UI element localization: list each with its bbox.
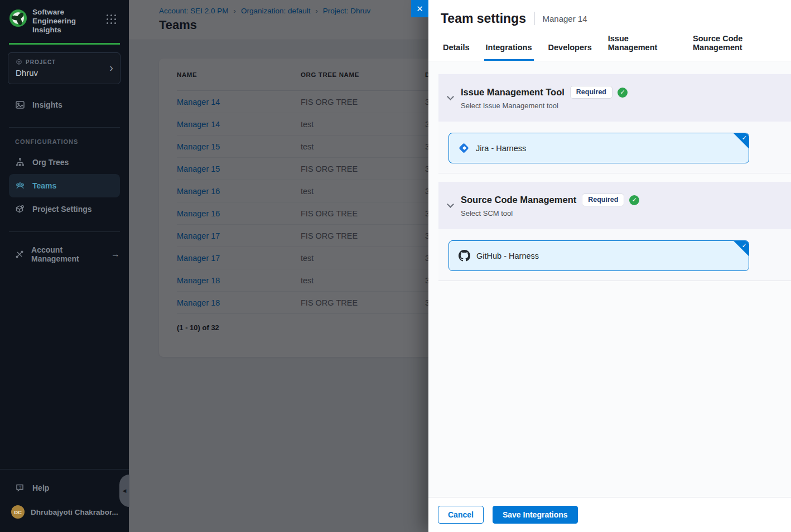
project-selector-value: Dhruv	[16, 68, 113, 78]
sei-logo-icon[interactable]	[9, 9, 27, 27]
title-separator	[534, 12, 536, 25]
required-badge: Required	[582, 194, 624, 206]
integration-card-label: Jira - Harness	[476, 144, 526, 153]
user-menu[interactable]: DC Dhrubajyoti Chakrabor...	[0, 500, 129, 526]
sidebar-item-label: Account Management	[31, 245, 104, 263]
complete-check-icon: ✓	[618, 88, 628, 98]
drawer-title: Team settings	[441, 11, 526, 26]
sidebar-item-org-trees[interactable]: Org Trees	[0, 151, 129, 174]
tools-icon	[15, 249, 24, 259]
tab-developers[interactable]: Developers	[547, 36, 594, 61]
drawer-subtitle: Manager 14	[542, 14, 587, 23]
tab-integrations[interactable]: Integrations	[484, 36, 534, 61]
user-name: Dhrubajyoti Chakrabor...	[31, 508, 118, 516]
section-source-code-management: Source Code Management Required ✓ Select…	[438, 182, 791, 281]
project-settings-icon	[15, 204, 25, 214]
section-body: Jira - Harness ✓	[438, 122, 791, 173]
sidebar-item-label: Insights	[32, 100, 62, 109]
chevron-right-icon: ›	[109, 61, 113, 74]
help-chat-icon: ?	[15, 483, 25, 493]
sidebar-item-label: Help	[32, 483, 49, 492]
brand-divider	[9, 43, 120, 45]
integration-card-jira-harness[interactable]: Jira - Harness ✓	[448, 133, 749, 163]
tab-details[interactable]: Details	[441, 36, 471, 61]
app-logo-row: Software Engineering Insights	[0, 0, 129, 35]
modal-overlay[interactable]	[129, 0, 428, 532]
tab-issue-management[interactable]: Issue Management	[606, 27, 678, 61]
sidebar-item-label: Project Settings	[32, 205, 92, 214]
drawer-tabs: DetailsIntegrationsDevelopersIssue Manag…	[428, 33, 791, 61]
sidebar-item-label: Teams	[32, 181, 56, 190]
collapse-arrow-icon: ◀	[123, 488, 127, 494]
sidebar-divider	[9, 231, 120, 232]
cancel-button[interactable]: Cancel	[438, 506, 484, 524]
insights-icon	[15, 100, 25, 110]
sidebar-item-help[interactable]: ? Help	[0, 476, 129, 500]
tab-source-code-management[interactable]: Source Code Management	[691, 27, 791, 61]
jira-logo-icon	[459, 143, 470, 154]
svg-text:?: ?	[19, 485, 21, 489]
selected-check-icon: ✓	[742, 134, 747, 142]
github-logo-icon	[459, 250, 470, 262]
sidebar-item-label: Org Trees	[32, 158, 69, 167]
module-grid-icon[interactable]	[107, 14, 117, 25]
selected-check-icon: ✓	[742, 242, 747, 249]
accordion-header-scm[interactable]: Source Code Management Required ✓ Select…	[438, 182, 791, 229]
section-issue-management-tool: Issue Management Tool Required ✓ Select …	[438, 74, 791, 173]
integration-card-label: GitHub - Harness	[476, 252, 539, 260]
drawer-footer: Cancel Save Integrations	[428, 497, 791, 532]
chevron-down-icon	[447, 201, 454, 208]
section-title: Issue Management Tool	[461, 87, 565, 98]
org-tree-icon	[15, 157, 25, 167]
sidebar: Software Engineering Insights PROJECT Dh…	[0, 0, 129, 532]
sidebar-item-account-management[interactable]: Account Management →	[0, 243, 129, 266]
cube-icon	[16, 59, 22, 65]
project-selector-label: PROJECT	[26, 59, 56, 65]
section-subtitle: Select SCM tool	[461, 209, 639, 217]
arrow-right-icon: →	[111, 249, 120, 259]
sidebar-collapse-handle[interactable]: ◀	[119, 475, 129, 507]
section-body: GitHub - Harness ✓	[438, 229, 791, 281]
accordion-header-issue-management[interactable]: Issue Management Tool Required ✓ Select …	[438, 74, 791, 122]
sidebar-item-teams[interactable]: Teams	[9, 174, 120, 197]
avatar: DC	[11, 505, 25, 519]
sidebar-item-project-settings[interactable]: Project Settings	[0, 197, 129, 221]
app-title: Software Engineering Insights	[32, 8, 98, 35]
close-drawer-button[interactable]: ✕	[411, 0, 428, 17]
section-subtitle: Select Issue Management tool	[461, 101, 628, 110]
project-selector[interactable]: PROJECT Dhruv ›	[8, 52, 120, 84]
drawer-body: Issue Management Tool Required ✓ Select …	[428, 62, 791, 497]
teams-icon	[15, 181, 25, 191]
required-badge: Required	[570, 86, 612, 99]
integration-card-github-harness[interactable]: GitHub - Harness ✓	[448, 240, 749, 271]
save-integrations-button[interactable]: Save Integrations	[493, 506, 578, 524]
chevron-down-icon	[447, 93, 454, 100]
team-settings-drawer: Team settings Manager 14 DetailsIntegrat…	[428, 0, 791, 532]
sidebar-item-insights[interactable]: Insights	[0, 93, 129, 117]
section-title: Source Code Management	[461, 195, 576, 205]
sidebar-divider	[9, 127, 120, 128]
configurations-heading: CONFIGURATIONS	[0, 138, 129, 151]
complete-check-icon: ✓	[629, 195, 639, 205]
